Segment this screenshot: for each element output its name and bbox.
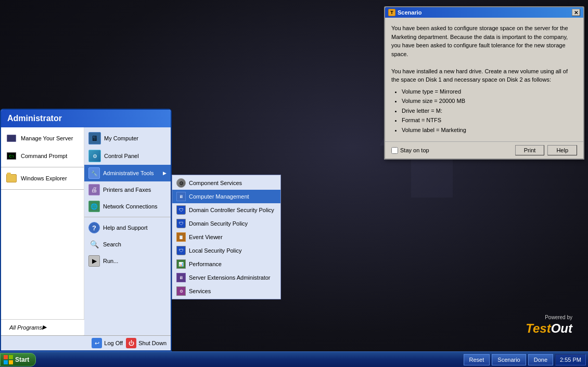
cmd-icon: C:\ (5, 150, 18, 162)
run-label: Run... (103, 258, 118, 264)
sidebar-item-command-prompt[interactable]: C:\ Command Prompt (1, 147, 84, 165)
right-divider (84, 217, 171, 217)
sidebar-item-manage-server[interactable]: Manage Your Server (1, 129, 84, 147)
local-security-policy-label: Local Security Policy (189, 247, 242, 254)
admin-tools-arrow: ▶ (163, 171, 167, 176)
admin-menu-performance[interactable]: 📊 Performance (172, 257, 280, 271)
network-connections-label: Network Connections (103, 203, 158, 209)
stay-on-top-label: Stay on top (400, 147, 429, 153)
admin-tools-submenu: ⚙ Component Services 🖥 Computer Manageme… (172, 175, 281, 299)
monitor-icon (5, 132, 18, 145)
domain-security-policy-label: Domain Security Policy (189, 220, 248, 227)
right-item-control-panel[interactable]: ⚙ Control Panel (84, 147, 171, 165)
services-icon: ⚙ (176, 286, 186, 296)
print-button[interactable]: Print (515, 145, 545, 155)
performance-icon: 📊 (176, 259, 186, 269)
event-viewer-label: Event Viewer (189, 234, 223, 240)
computer-mgmt-icon: 🖥 (176, 192, 186, 201)
menu-divider-2 (1, 189, 84, 190)
svg-rect-1 (4, 355, 8, 359)
admin-menu-domain-security-policy[interactable]: 🛡 Domain Security Policy (172, 217, 280, 230)
scenario-dialog: T Scenario ✕ You have been asked to conf… (384, 6, 584, 160)
logoff-label: Log Off (104, 340, 123, 346)
services-label: Services (189, 288, 211, 294)
dialog-footer: Stay on top Print Help (385, 141, 583, 159)
server-extensions-label: Server Extensions Administrator (189, 274, 271, 281)
local-security-policy-icon: 🛡 (176, 246, 186, 255)
right-item-my-computer[interactable]: 🖥 My Computer (84, 129, 171, 147)
bullet-volume-size: Volume size = 20000 MB (402, 97, 577, 106)
start-menu-username: Administrator (7, 114, 62, 123)
control-panel-label: Control Panel (104, 153, 139, 159)
bullet-volume-type: Volume type = Mirrored (402, 87, 577, 96)
scenario-paragraph-1: You have been asked to configure storage… (391, 24, 577, 58)
all-programs-item[interactable]: All Programs (5, 322, 80, 333)
svg-rect-4 (9, 360, 13, 364)
component-services-icon: ⚙ (176, 178, 186, 188)
taskbar-clock: 2:55 PM (555, 354, 586, 365)
out-part: Out (551, 321, 572, 335)
stay-on-top-area[interactable]: Stay on top (391, 147, 429, 154)
dialog-title-area: T Scenario (388, 9, 421, 16)
start-menu-right-panel: 🖥 My Computer ⚙ Control Panel 🔧 Administ… (84, 127, 171, 335)
admin-menu-component-services[interactable]: ⚙ Component Services (172, 176, 280, 190)
right-item-search[interactable]: 🔍 Search (84, 236, 171, 253)
printer-icon: 🖨 (88, 184, 100, 195)
printers-faxes-label: Printers and Faxes (103, 187, 151, 193)
network-icon: 🌐 (88, 201, 100, 212)
dialog-titlebar: T Scenario ✕ (385, 7, 583, 18)
start-label: Start (15, 356, 29, 363)
powered-by-text: Powered by (526, 314, 572, 320)
shutdown-icon: ⏻ (126, 338, 136, 348)
start-button[interactable]: Start (0, 353, 36, 366)
admin-menu-services[interactable]: ⚙ Services (172, 284, 280, 298)
start-menu-left-panel: Manage Your Server C:\ Command Prompt Wi… (1, 127, 84, 335)
all-programs-label: All Programs (9, 324, 42, 331)
domain-security-policy-icon: 🛡 (176, 219, 186, 228)
command-prompt-label: Command Prompt (21, 153, 67, 159)
right-item-help[interactable]: ? Help and Support (84, 219, 171, 236)
start-menu: Administrator Manage Your Server C:\ Com… (0, 109, 172, 351)
explorer-icon (5, 172, 18, 185)
bullet-format: Format = NTFS (402, 116, 577, 125)
dc-security-policy-label: Domain Controller Security Policy (189, 207, 274, 213)
windows-logo-icon (4, 355, 13, 364)
stay-on-top-checkbox[interactable] (391, 147, 398, 154)
reset-button[interactable]: Reset (464, 354, 490, 365)
svg-rect-2 (9, 355, 13, 359)
testout-brand: TestOut (526, 321, 572, 336)
shutdown-button[interactable]: ⏻ Shut Down (126, 338, 167, 348)
admin-menu-local-security-policy[interactable]: 🛡 Local Security Policy (172, 244, 280, 257)
search-icon: 🔍 (88, 239, 100, 250)
logoff-button[interactable]: ↩ Log Off (92, 338, 123, 348)
done-button[interactable]: Done (528, 354, 553, 365)
scenario-button[interactable]: Scenario (492, 354, 526, 365)
help-support-label: Help and Support (103, 225, 148, 231)
run-icon: ▶ (88, 255, 100, 267)
right-item-admin-tools[interactable]: 🔧 Administrative Tools ▶ (84, 165, 171, 181)
dialog-close-button[interactable]: ✕ (572, 9, 580, 16)
scenario-bullet-list: Volume type = Mirrored Volume size = 200… (402, 87, 577, 135)
taskbar: Start Reset Scenario Done 2:55 PM (0, 351, 588, 367)
manage-server-label: Manage Your Server (21, 135, 73, 141)
start-menu-header: Administrator (1, 110, 171, 127)
component-services-label: Component Services (189, 180, 242, 186)
dialog-content: You have been asked to configure storage… (385, 18, 583, 141)
right-item-network[interactable]: 🌐 Network Connections (84, 198, 171, 215)
scenario-paragraph-2: You have installed a new hard drive. Cre… (391, 67, 577, 84)
test-part: Test (526, 321, 551, 335)
right-item-printers[interactable]: 🖨 Printers and Faxes (84, 181, 171, 198)
admin-menu-dc-security-policy[interactable]: 🛡 Domain Controller Security Policy (172, 203, 280, 217)
dialog-title-text: Scenario (398, 9, 421, 16)
right-item-run[interactable]: ▶ Run... (84, 253, 171, 269)
performance-label: Performance (189, 261, 222, 267)
admin-tools-icon: 🔧 (88, 167, 100, 179)
admin-menu-event-viewer[interactable]: 📋 Event Viewer (172, 230, 280, 244)
server-extensions-icon: 🖥 (176, 273, 186, 282)
shutdown-label: Shut Down (138, 340, 167, 346)
sidebar-item-windows-explorer[interactable]: Windows Explorer (1, 169, 84, 187)
admin-menu-server-extensions[interactable]: 🖥 Server Extensions Administrator (172, 271, 280, 284)
svg-rect-3 (4, 360, 8, 364)
help-button[interactable]: Help (547, 145, 577, 155)
admin-menu-computer-management[interactable]: 🖥 Computer Management (172, 190, 280, 203)
